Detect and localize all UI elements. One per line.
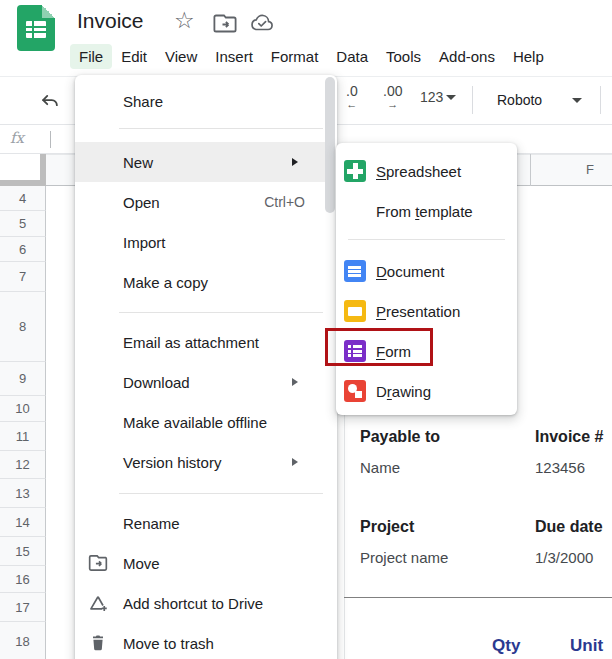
file-menu-move[interactable]: Move bbox=[75, 543, 325, 583]
cell-project-value: Project name bbox=[360, 549, 448, 566]
row-header[interactable]: 7 bbox=[0, 262, 46, 292]
file-menu: Share New Open Ctrl+O Import Make a copy… bbox=[75, 75, 337, 659]
decrease-decimal-button[interactable]: .0 ← bbox=[346, 85, 358, 111]
file-menu-add-shortcut-to-drive[interactable]: Add shortcut to Drive bbox=[75, 583, 325, 623]
file-menu-version-history[interactable]: Version history bbox=[75, 442, 325, 482]
menu-scrollbar-thumb[interactable] bbox=[325, 77, 335, 213]
menu-add-ons[interactable]: Add-ons bbox=[430, 44, 504, 69]
font-family-value: Roboto bbox=[497, 92, 542, 108]
file-menu-import[interactable]: Import bbox=[75, 222, 325, 262]
row-header[interactable]: 10 bbox=[0, 396, 46, 422]
submenu-spreadsheet[interactable]: Spreadsheet bbox=[336, 151, 517, 191]
row-header[interactable]: 5 bbox=[0, 211, 46, 237]
cell-payable-to-label: Payable to bbox=[360, 428, 440, 446]
label-accelerator: D bbox=[376, 263, 387, 280]
row-header[interactable]: 18 bbox=[0, 622, 46, 659]
file-menu-email-as-attachment[interactable]: Email as attachment bbox=[75, 322, 325, 362]
menu-item-label: Move to trash bbox=[123, 635, 214, 652]
submenu-drawing[interactable]: Drawing bbox=[336, 371, 517, 411]
chevron-down-icon bbox=[572, 98, 582, 103]
formula-cursor bbox=[50, 131, 51, 148]
row-header[interactable]: 17 bbox=[0, 593, 46, 622]
menu-item-label: Rename bbox=[123, 515, 180, 532]
google-sheets-logo-icon[interactable] bbox=[17, 5, 55, 51]
file-menu-new[interactable]: New bbox=[75, 142, 325, 182]
submenu-arrow-icon bbox=[292, 158, 298, 166]
menu-item-shortcut: Ctrl+O bbox=[264, 194, 305, 210]
label-accelerator: S bbox=[376, 163, 386, 180]
row-header[interactable]: 15 bbox=[0, 537, 46, 566]
menu-edit[interactable]: Edit bbox=[112, 44, 156, 69]
increase-decimal-label: .00 bbox=[383, 85, 402, 98]
select-all-corner[interactable] bbox=[0, 154, 46, 186]
cloud-saved-icon[interactable] bbox=[249, 12, 275, 37]
cell-payable-to-value: Name bbox=[360, 459, 400, 476]
file-menu-rename[interactable]: Rename bbox=[75, 503, 325, 543]
menu-bar: File Edit View Insert Format Data Tools … bbox=[70, 42, 553, 70]
menu-format[interactable]: Format bbox=[262, 44, 328, 69]
logo-grid bbox=[26, 21, 46, 38]
sheets-icon bbox=[344, 160, 366, 182]
menu-divider bbox=[348, 239, 505, 240]
menu-item-label: Email as attachment bbox=[123, 334, 259, 351]
label-post: ocument bbox=[387, 263, 445, 280]
cell-qty-header: Qty bbox=[492, 636, 520, 656]
row-header[interactable]: 8 bbox=[0, 292, 46, 362]
label-post: preadsheet bbox=[386, 163, 461, 180]
submenu-document[interactable]: Document bbox=[336, 251, 517, 291]
row-header[interactable]: 13 bbox=[0, 479, 46, 508]
cell-unit-header: Unit bbox=[570, 636, 603, 656]
file-menu-move-to-trash[interactable]: Move to trash bbox=[75, 623, 325, 659]
increase-decimal-button[interactable]: .00 → bbox=[383, 85, 402, 111]
grid-vertical-line bbox=[344, 413, 345, 659]
fx-icon: fx bbox=[10, 129, 24, 147]
label-pre: D bbox=[376, 383, 387, 400]
file-menu-share[interactable]: Share bbox=[75, 81, 325, 121]
toolbar-divider bbox=[472, 86, 473, 114]
row-header[interactable]: 12 bbox=[0, 451, 46, 479]
submenu-presentation[interactable]: Presentation bbox=[336, 291, 517, 331]
menu-file[interactable]: File bbox=[70, 44, 112, 69]
number-format-button[interactable]: 123 bbox=[420, 89, 456, 105]
increase-decimal-arrow-icon: → bbox=[387, 98, 398, 111]
trash-icon bbox=[88, 633, 108, 653]
file-menu-make-available-offline[interactable]: Make available offline bbox=[75, 402, 325, 442]
menu-item-label: Make a copy bbox=[123, 274, 208, 291]
menu-view[interactable]: View bbox=[156, 44, 206, 69]
menu-item-label: Version history bbox=[123, 454, 221, 471]
font-family-select[interactable]: Roboto bbox=[480, 85, 592, 115]
label-pre: From bbox=[376, 203, 415, 220]
invoice-divider-line bbox=[344, 597, 612, 598]
row-header[interactable]: 6 bbox=[0, 237, 46, 262]
row-header[interactable]: 4 bbox=[0, 186, 46, 211]
file-menu-open[interactable]: Open Ctrl+O bbox=[75, 182, 325, 222]
menu-item-label: Import bbox=[123, 234, 166, 251]
submenu-arrow-icon bbox=[292, 458, 298, 466]
number-format-label: 123 bbox=[420, 89, 443, 105]
form-highlight-box bbox=[325, 328, 433, 366]
cell-invoice-value: 123456 bbox=[535, 459, 585, 476]
file-menu-download[interactable]: Download bbox=[75, 362, 325, 402]
move-folder-icon bbox=[88, 553, 108, 573]
cell-invoice-label: Invoice # bbox=[535, 428, 603, 446]
menu-help[interactable]: Help bbox=[504, 44, 553, 69]
label-post: emplate bbox=[419, 203, 472, 220]
submenu-from-template[interactable]: From template bbox=[336, 191, 517, 231]
menu-data[interactable]: Data bbox=[327, 44, 377, 69]
file-menu-make-a-copy[interactable]: Make a copy bbox=[75, 262, 325, 302]
column-header-f[interactable]: F bbox=[530, 154, 612, 186]
menu-item-label: Add shortcut to Drive bbox=[123, 595, 263, 612]
menu-insert[interactable]: Insert bbox=[206, 44, 262, 69]
row-header[interactable]: 11 bbox=[0, 422, 46, 451]
row-header[interactable]: 9 bbox=[0, 362, 46, 396]
drawings-icon bbox=[344, 380, 366, 402]
undo-icon[interactable] bbox=[39, 90, 61, 116]
row-headers: 4 5 6 7 8 9 10 11 12 13 14 15 16 17 18 bbox=[0, 186, 46, 659]
menu-tools[interactable]: Tools bbox=[377, 44, 430, 69]
move-folder-icon[interactable] bbox=[213, 13, 237, 37]
document-title[interactable]: Invoice bbox=[77, 9, 144, 33]
row-header[interactable]: 16 bbox=[0, 566, 46, 593]
menu-divider bbox=[119, 493, 323, 494]
star-icon[interactable]: ☆ bbox=[174, 8, 195, 32]
row-header[interactable]: 14 bbox=[0, 508, 46, 537]
